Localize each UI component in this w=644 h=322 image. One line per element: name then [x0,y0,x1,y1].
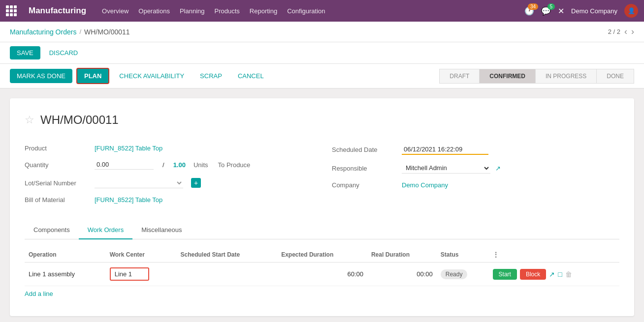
company-value[interactable]: Demo Company [402,181,448,189]
responsible-external-link-icon[interactable]: ↗ [495,165,501,172]
breadcrumb-parent[interactable]: Manufacturing Orders [10,28,76,36]
product-field-row: Product [FURN_8522] Table Top [25,141,312,156]
top-menu: Overview Operations Planning Products Re… [102,7,325,15]
open-external-icon[interactable]: ↗ [549,270,555,278]
status-done[interactable]: DONE [596,69,634,84]
col-operation: Operation [25,247,106,263]
details-icon[interactable]: □ [558,270,562,278]
alerts-badge[interactable]: 🕐 34 [524,6,534,16]
form-title: WH/MO/00011 [40,113,119,127]
form-right-column: Scheduled Date Responsible Mitchell Admi… [332,141,619,207]
scheduled-start-cell [176,263,277,286]
menu-products[interactable]: Products [215,7,240,15]
col-expected-duration: Expected Duration [277,247,367,263]
button-bar: MARK AS DONE PLAN CHECK AVAILABILITY SCR… [0,64,644,88]
scrap-button[interactable]: SCRAP [194,69,228,83]
col-work-center: Work Center [106,247,177,263]
lot-select[interactable] [95,177,183,188]
menu-overview[interactable]: Overview [102,7,129,15]
responsible-select[interactable]: Mitchell Admin [402,163,490,174]
responsible-label: Responsible [332,165,396,172]
breadcrumb-current: WH/MO/00011 [84,28,130,36]
work-center-value[interactable]: Line 1 [110,267,149,281]
company-label: Company [332,181,396,189]
form-header: ☆ WH/MO/00011 [25,113,619,127]
col-more-options[interactable]: ⋮ [489,247,619,263]
favorite-icon[interactable]: ☆ [25,114,34,126]
topnav-right: 🕐 34 💬 5 ✕ Demo Company 👤 [524,4,638,18]
form-card: ☆ WH/MO/00011 Product [FURN_8522] Table … [10,98,634,316]
col-scheduled-start: Scheduled Start Date [176,247,277,263]
save-button[interactable]: SAVE [10,46,40,59]
prev-record-button[interactable]: ‹ [624,27,627,37]
cancel-button[interactable]: CANCEL [232,69,270,83]
status-cell: Ready [437,263,489,286]
col-status: Status [437,247,489,263]
check-availability-button[interactable]: CHECK AVAILABILITY [113,69,190,83]
start-button[interactable]: Start [493,269,517,280]
tab-miscellaneous[interactable]: Miscellaneous [132,221,191,239]
lot-label: Lot/Serial Number [25,179,89,187]
col-real-duration: Real Duration [367,247,437,263]
breadcrumb-separator: / [79,28,81,35]
company-name: Demo Company [571,7,617,15]
product-value[interactable]: [FURN_8522] Table Top [95,145,162,152]
user-avatar[interactable]: 👤 [624,4,638,18]
quantity-units: Units [193,161,208,169]
app-title: Manufacturing [29,6,86,16]
messages-count: 5 [547,3,555,10]
status-confirmed[interactable]: CONFIRMED [479,69,536,84]
form-fields: Product [FURN_8522] Table Top Quantity /… [25,141,619,207]
menu-configuration[interactable]: Configuration [287,7,325,15]
apps-icon[interactable] [6,5,17,16]
company-field-row: Company Demo Company [332,177,619,193]
menu-planning[interactable]: Planning [180,7,205,15]
menu-reporting[interactable]: Reporting [250,7,277,15]
next-record-button[interactable]: › [631,27,634,37]
tab-work-orders[interactable]: Work Orders [79,221,132,239]
row-actions-cell: Start Block ↗ □ 🗑 [489,263,619,286]
operation-cell: Line 1 assembly [25,263,106,286]
scheduled-date-field-row: Scheduled Date [332,141,619,159]
work-center-cell: Line 1 [106,263,177,286]
row-actions: Start Block ↗ □ 🗑 [493,269,615,280]
quantity-current-input[interactable] [95,160,154,170]
status-badge: Ready [441,269,468,279]
form-tabs: Components Work Orders Miscellaneous [25,221,619,239]
block-button[interactable]: Block [520,269,546,280]
work-orders-table: Operation Work Center Scheduled Start Da… [25,247,619,286]
form-left-column: Product [FURN_8522] Table Top Quantity /… [25,141,312,207]
status-bar: DRAFT CONFIRMED IN PROGRESS DONE [439,69,634,84]
tab-components[interactable]: Components [25,221,79,239]
to-produce-label: To Produce [218,161,251,169]
quantity-label: Quantity [25,161,89,169]
product-label: Product [25,145,89,152]
scheduled-date-label: Scheduled Date [332,146,396,153]
messages-badge[interactable]: 💬 5 [541,6,551,16]
add-line-row: Add a line [25,286,619,301]
top-navigation: Manufacturing Overview Operations Planni… [0,0,644,22]
status-in-progress[interactable]: IN PROGRESS [535,69,597,84]
lot-field-row: Lot/Serial Number + [25,174,312,192]
discard-button[interactable]: DISCARD [44,46,83,59]
close-icon[interactable]: ✕ [558,6,564,16]
alerts-count: 34 [528,3,538,10]
lot-add-button[interactable]: + [191,178,201,188]
breadcrumb-pagination: 2 / 2 ‹ › [608,27,634,37]
table-row: Line 1 assembly Line 1 60:00 00:00 Ready… [25,263,619,286]
scheduled-date-input[interactable] [402,145,488,155]
action-bar: SAVE DISCARD [0,42,644,64]
real-duration-cell: 00:00 [367,263,437,286]
menu-operations[interactable]: Operations [138,7,170,15]
mark-as-done-button[interactable]: MARK AS DONE [10,69,72,83]
bom-value[interactable]: [FURN_8522] Table Top [95,196,162,204]
delete-row-icon[interactable]: 🗑 [565,270,572,278]
quantity-field-row: Quantity / 1.00 Units To Produce [25,156,312,174]
expected-duration-cell: 60:00 [277,263,367,286]
bom-label: Bill of Material [25,196,89,204]
plan-button[interactable]: PLAN [76,68,109,84]
add-line-button[interactable]: Add a line [25,286,53,301]
breadcrumb-bar: Manufacturing Orders / WH/MO/00011 2 / 2… [0,22,644,42]
status-draft[interactable]: DRAFT [439,69,480,84]
bom-field-row: Bill of Material [FURN_8522] Table Top [25,192,312,207]
